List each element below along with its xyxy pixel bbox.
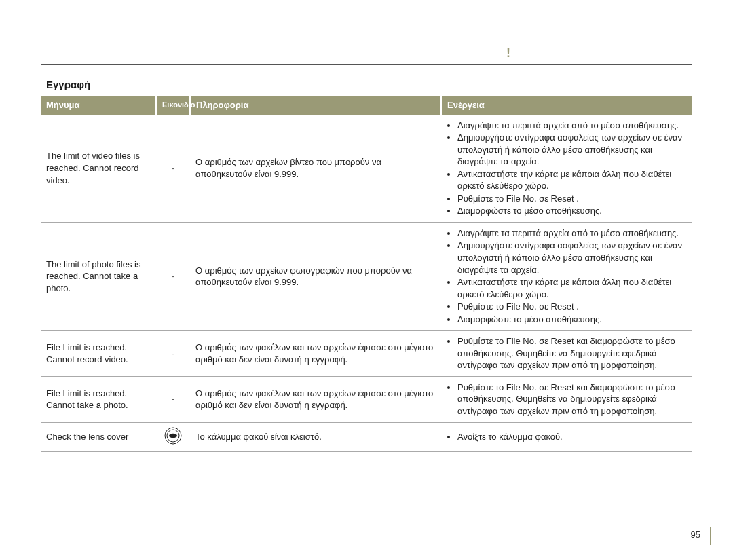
cell-message: File Limit is reached. Cannot record vid… <box>41 331 156 377</box>
cell-message: The limit of video files is reached. Can… <box>41 115 156 223</box>
action-item: Ρυθμίστε το File No. σε Reset . <box>457 193 687 205</box>
table-header-row: Μήνυμα Εικονίδιο Πληροφορία Ενέργεια <box>41 96 692 115</box>
cell-info: Το κάλυμμα φακού είναι κλειστό. <box>190 422 441 452</box>
cell-info: Ο αριθμός των φακέλων και των αρχείων έφ… <box>190 331 441 377</box>
action-item: Διαμορφώστε το μέσο αποθήκευσης. <box>457 314 687 326</box>
action-item: Αντικαταστήστε την κάρτα με κάποια άλλη … <box>457 168 687 192</box>
header-icon: Εικονίδιο <box>156 96 190 115</box>
cell-action: Ρυθμίστε το File No. σε Reset και διαμορ… <box>441 331 692 377</box>
action-item: Δημιουργήστε αντίγραφα ασφαλείας των αρχ… <box>457 240 687 276</box>
cell-action: Ανοίξτε το κάλυμμα φακού. <box>441 422 692 452</box>
svg-point-2 <box>169 433 177 437</box>
action-item: Διαμορφώστε το μέσο αποθήκευσης. <box>457 205 687 217</box>
cell-action: Διαγράψτε τα περιττά αρχεία από το μέσο … <box>441 222 692 330</box>
cell-message: File Limit is reached. Cannot take a pho… <box>41 376 156 422</box>
table-row: Check the lens coverΤο κάλυμμα φακού είν… <box>41 422 692 452</box>
table-row: File Limit is reached. Cannot take a pho… <box>41 376 692 422</box>
action-item: Δημιουργήστε αντίγραφα ασφαλείας των αρχ… <box>457 132 687 168</box>
header-action: Ενέργεια <box>441 96 692 115</box>
action-item: Διαγράψτε τα περιττά αρχεία από το μέσο … <box>457 119 687 132</box>
cell-action: Διαγράψτε τα περιττά αρχεία από το μέσο … <box>441 115 692 223</box>
document-page: Εγγραφή Μήνυμα Εικονίδιο Πληροφορία Ενέρ… <box>0 0 733 452</box>
action-list: Ρυθμίστε το File No. σε Reset και διαμορ… <box>447 381 687 417</box>
cell-message: Check the lens cover <box>41 422 156 452</box>
cell-icon <box>156 422 190 452</box>
cell-info: Ο αριθμός των αρχείων βίντεο που μπορούν… <box>190 115 441 223</box>
cell-icon: - <box>156 376 190 422</box>
section-title: Εγγραφή <box>46 79 692 90</box>
cell-action: Ρυθμίστε το File No. σε Reset και διαμορ… <box>441 376 692 422</box>
table-row: The limit of photo files is reached. Can… <box>41 222 692 330</box>
cell-info: Ο αριθμός των φακέλων και των αρχείων έφ… <box>190 376 441 422</box>
action-item: Ανοίξτε το κάλυμμα φακού. <box>457 431 687 443</box>
action-list: Ανοίξτε το κάλυμμα φακού. <box>447 431 687 443</box>
action-item: Ρυθμίστε το File No. σε Reset . <box>457 301 687 313</box>
page-number: 95 <box>691 529 700 540</box>
action-item: Ρυθμίστε το File No. σε Reset και διαμορ… <box>457 335 687 371</box>
table-row: File Limit is reached. Cannot record vid… <box>41 331 692 377</box>
cell-info: Ο αριθμός των αρχείων φωτογραφιών που μπ… <box>190 222 441 330</box>
action-list: Διαγράψτε τα περιττά αρχεία από το μέσο … <box>447 119 687 217</box>
warning-bang-icon: ! <box>506 46 510 60</box>
cell-icon: - <box>156 115 190 223</box>
cell-icon: - <box>156 331 190 377</box>
action-item: Διαγράψτε τα περιττά αρχεία από το μέσο … <box>457 227 687 240</box>
table-row: The limit of video files is reached. Can… <box>41 115 692 223</box>
header-message: Μήνυμα <box>41 96 156 115</box>
lens-cover-icon <box>164 427 182 448</box>
messages-table: Μήνυμα Εικονίδιο Πληροφορία Ενέργεια The… <box>41 96 692 452</box>
cell-message: The limit of photo files is reached. Can… <box>41 222 156 330</box>
page-edge-rule <box>710 527 711 545</box>
action-list: Ρυθμίστε το File No. σε Reset και διαμορ… <box>447 335 687 371</box>
header-info: Πληροφορία <box>190 96 441 115</box>
action-item: Ρυθμίστε το File No. σε Reset και διαμορ… <box>457 381 687 417</box>
action-item: Αντικαταστήστε την κάρτα με κάποια άλλη … <box>457 276 687 300</box>
title-divider <box>41 64 692 65</box>
cell-icon: - <box>156 222 190 330</box>
action-list: Διαγράψτε τα περιττά αρχεία από το μέσο … <box>447 227 687 325</box>
